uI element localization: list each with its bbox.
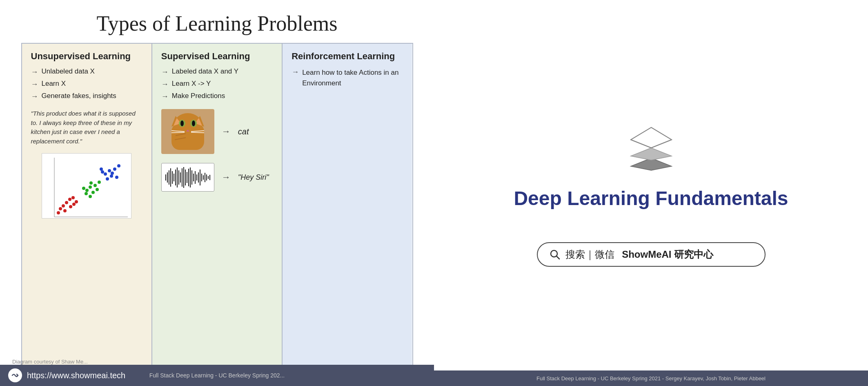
svg-point-4 bbox=[59, 207, 62, 210]
svg-line-44 bbox=[171, 132, 185, 133]
unsupervised-quote: "This product does what it is supposed t… bbox=[31, 109, 142, 146]
svg-rect-65 bbox=[190, 167, 191, 187]
svg-marker-79 bbox=[631, 148, 672, 160]
svg-rect-54 bbox=[172, 171, 173, 184]
scatter-svg bbox=[42, 154, 131, 219]
svg-point-21 bbox=[108, 169, 111, 172]
slide-title: Types of Learning Problems bbox=[0, 0, 434, 43]
supervised-bullet-3: → Make Predictions bbox=[161, 92, 273, 101]
svg-rect-73 bbox=[203, 175, 204, 180]
svg-point-3 bbox=[71, 196, 75, 199]
arrow-icon-6: → bbox=[161, 92, 169, 101]
svg-point-11 bbox=[89, 185, 92, 189]
arrow-icon-3: → bbox=[31, 92, 38, 101]
svg-point-24 bbox=[113, 167, 116, 171]
right-footer-text: Full Stack Deep Learning - UC Berkeley S… bbox=[536, 375, 766, 382]
svg-point-40 bbox=[180, 120, 184, 126]
svg-point-27 bbox=[111, 172, 114, 175]
svg-point-12 bbox=[91, 191, 95, 194]
cat-label: cat bbox=[238, 127, 249, 136]
arrow-icon-2: → bbox=[31, 80, 38, 89]
svg-rect-69 bbox=[196, 174, 197, 181]
svg-point-25 bbox=[106, 177, 109, 181]
learning-table: Unsupervised Learning → Unlabeled data X… bbox=[21, 43, 413, 386]
svg-point-6 bbox=[63, 209, 67, 212]
svg-point-22 bbox=[110, 174, 113, 178]
layers-svg bbox=[619, 119, 684, 172]
svg-point-23 bbox=[101, 170, 104, 174]
search-icon bbox=[549, 249, 561, 260]
unsupervised-bullet-1: → Unlabeled data X bbox=[31, 67, 142, 76]
svg-rect-67 bbox=[193, 174, 194, 181]
reinforcement-header: Reinforcement Learning bbox=[292, 51, 403, 62]
supervised-header: Supervised Learning bbox=[161, 51, 273, 62]
svg-point-26 bbox=[117, 164, 120, 167]
svg-point-0 bbox=[65, 201, 68, 204]
reinforcement-bullet-1: → Learn how to take Actions in an Enviro… bbox=[292, 67, 403, 88]
svg-rect-63 bbox=[187, 172, 187, 183]
svg-line-46 bbox=[191, 132, 204, 133]
svg-rect-58 bbox=[178, 170, 179, 185]
svg-rect-77 bbox=[209, 175, 210, 180]
right-panel: Deep Learning Fundamentals 搜索｜微信 ShowMeA… bbox=[434, 0, 868, 386]
unsupervised-header: Unsupervised Learning bbox=[31, 51, 142, 62]
svg-rect-72 bbox=[201, 174, 202, 181]
svg-rect-56 bbox=[175, 170, 176, 185]
audio-area: → "Hey Siri" bbox=[161, 163, 273, 192]
footer-url: https://www.showmeai.tech bbox=[27, 371, 125, 380]
svg-point-29 bbox=[100, 167, 103, 171]
svg-point-16 bbox=[98, 181, 101, 184]
audio-label: "Hey Siri" bbox=[238, 173, 269, 182]
svg-marker-80 bbox=[631, 127, 672, 148]
svg-point-41 bbox=[192, 120, 195, 126]
svg-point-9 bbox=[72, 203, 76, 206]
audio-image bbox=[161, 163, 214, 192]
left-footer: Diagram courtesy of Shaw Me... https://w… bbox=[0, 365, 434, 386]
search-bar[interactable]: 搜索｜微信 ShowMeAI 研究中心 bbox=[537, 242, 766, 267]
svg-point-17 bbox=[89, 195, 92, 198]
dlf-title: Deep Learning Fundamentals bbox=[514, 187, 788, 210]
svg-line-86 bbox=[556, 256, 559, 259]
arrow-icon-1: → bbox=[31, 68, 38, 76]
diagram-credit: Diagram courtesy of Shaw Me... bbox=[12, 359, 88, 365]
svg-point-7 bbox=[69, 205, 72, 208]
layers-icon bbox=[619, 119, 684, 174]
cat-image-area: → cat bbox=[161, 109, 273, 154]
svg-point-2 bbox=[62, 204, 65, 208]
supervised-col: Supervised Learning → Labeled data X and… bbox=[152, 44, 283, 385]
svg-point-1 bbox=[68, 198, 71, 201]
svg-point-8 bbox=[57, 211, 60, 214]
svg-rect-66 bbox=[191, 170, 192, 185]
unsupervised-bullet-2: → Learn X bbox=[31, 80, 142, 89]
svg-point-33 bbox=[174, 113, 202, 138]
unsupervised-bullet-3: → Generate fakes, insights bbox=[31, 92, 142, 101]
arrow-icon-7: → bbox=[292, 68, 299, 76]
svg-rect-55 bbox=[174, 174, 174, 181]
reinforcement-col: Reinforcement Learning → Learn how to ta… bbox=[283, 44, 412, 385]
svg-rect-68 bbox=[195, 171, 196, 184]
svg-rect-52 bbox=[169, 170, 169, 185]
svg-point-10 bbox=[85, 189, 89, 192]
svg-rect-53 bbox=[170, 168, 171, 187]
svg-rect-57 bbox=[177, 167, 178, 187]
svg-rect-61 bbox=[183, 167, 184, 188]
svg-point-14 bbox=[93, 184, 97, 187]
svg-rect-64 bbox=[188, 169, 189, 186]
supervised-bullet-1: → Labeled data X and Y bbox=[161, 67, 273, 76]
audio-arrow-icon: → bbox=[222, 172, 231, 183]
svg-rect-70 bbox=[198, 172, 199, 183]
svg-rect-50 bbox=[165, 174, 166, 181]
arrow-icon-5: → bbox=[161, 80, 169, 89]
cat-arrow-icon: → bbox=[222, 126, 231, 137]
svg-point-19 bbox=[89, 181, 93, 185]
cat-svg bbox=[163, 111, 212, 152]
supervised-bullet-2: → Learn X -> Y bbox=[161, 80, 273, 89]
search-brand: ShowMeAI 研究中心 bbox=[622, 248, 713, 261]
svg-rect-59 bbox=[180, 172, 181, 183]
unsupervised-col: Unsupervised Learning → Unlabeled data X… bbox=[22, 44, 152, 385]
cat-image bbox=[161, 109, 214, 154]
scatter-plot bbox=[42, 153, 131, 219]
svg-point-13 bbox=[82, 187, 85, 190]
arrow-icon-4: → bbox=[161, 68, 169, 76]
svg-point-20 bbox=[104, 172, 107, 176]
